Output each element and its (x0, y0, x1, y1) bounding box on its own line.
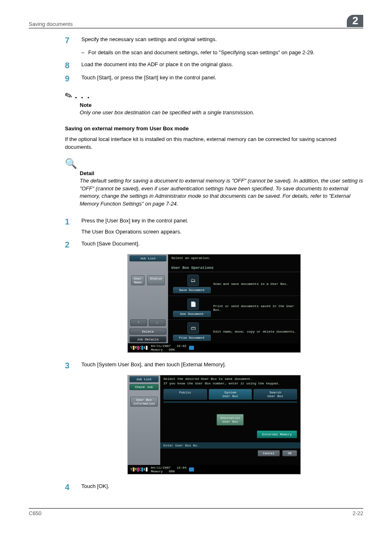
panel2-date: 04/11/2007 (151, 466, 171, 469)
job-list-button[interactable]: Job List (129, 376, 159, 382)
use-document-desc: Print or send documents saved in the Use… (213, 304, 298, 312)
check-job-button[interactable]: Check Job (129, 384, 159, 390)
step-number: 7 (65, 36, 81, 45)
step-number: 2 (65, 240, 81, 249)
file-document-desc: Edit name, move, copy or delete document… (213, 330, 298, 333)
step-8: 8 Load the document into the ADF or plac… (65, 61, 363, 70)
detail-body: The default setting for saving a documen… (80, 177, 363, 208)
annotation-user-box-button[interactable]: Annotation User Box (217, 414, 244, 426)
tab-public[interactable]: Public (164, 389, 207, 400)
dash-icon: – (81, 49, 84, 56)
detail-magnifier-icon: 🔍 (65, 158, 363, 169)
cancel-button[interactable]: Cancel (258, 450, 280, 456)
screenshot-select-user-box: Job List Check Job User Box Information … (127, 375, 301, 474)
panel1-memory-label: Memory (151, 348, 163, 352)
file-document-button[interactable]: File Document (173, 335, 211, 341)
external-memory-button[interactable]: External Memory (257, 430, 297, 438)
op-file-row: 🗃 File Document Edit name, move, copy or… (168, 320, 300, 343)
panel1-time: 18:02 (177, 344, 187, 348)
panel2-time: 18:04 (177, 466, 187, 469)
panel2-statusbar: Y M C K 04/11/2007 18:04 Memory 99% (128, 465, 300, 474)
step-number: 3 (65, 361, 81, 370)
op-save-row: 🗂 Save Document Scan and save documents … (168, 272, 300, 296)
step-number: 9 (65, 74, 81, 83)
ok-button[interactable]: OK (282, 450, 297, 456)
ymck-icon: Y M C K (130, 467, 148, 472)
panel1-date: 04/11/2007 (151, 344, 171, 348)
step-2: 2 Touch [Save Document]. (65, 240, 363, 249)
panel1-memory-val: 99% (169, 348, 175, 352)
chapter-badge: 2 (347, 15, 363, 27)
enter-user-box-no-label: Enter User Box No. (160, 442, 300, 449)
step-7-sub-text: For details on the scan and document set… (88, 49, 315, 56)
panel2-prompt1: Select the desired User Box to save docu… (160, 375, 300, 381)
step-4-text: Touch [OK]. (81, 483, 363, 490)
running-head: Saving documents 2 (29, 15, 363, 28)
note-dots-icon: . . . (75, 91, 90, 100)
step-3: 3 Touch [System User Box], and then touc… (65, 361, 363, 370)
job-list-button[interactable]: Job List (129, 255, 166, 261)
save-document-desc: Scan and save documents in a User Box. (213, 282, 298, 286)
step-text: Specify the necessary scan settings and … (81, 36, 363, 44)
running-head-section: Saving documents (29, 21, 73, 27)
step-2-text: Touch [Save Document]. (81, 240, 363, 248)
job-details-button[interactable]: Job Details (129, 336, 166, 342)
save-document-button[interactable]: Save Document (173, 287, 211, 293)
panel2-memory-val: 99% (169, 469, 175, 473)
user-box-info-chip[interactable]: User Box Information (130, 397, 158, 407)
use-document-button[interactable]: Use Document (173, 311, 211, 317)
step-1-text2: The User Box Operations screen appears. (81, 228, 363, 236)
step-7: 7 Specify the necessary scan settings an… (65, 36, 363, 45)
panel1-prompt: Select an operation. (168, 254, 300, 262)
panel1-statusbar: Y M C K 04/11/2007 18:02 Memory 99% (128, 343, 300, 352)
op-use-row: 📄 Use Document Print or send documents s… (168, 296, 300, 320)
delete-button[interactable]: Delete (129, 328, 166, 335)
step-number: 4 (65, 483, 81, 492)
section-body: If the optional local interface kit is i… (65, 136, 363, 151)
detail-block: 🔍 Detail The default setting for saving … (65, 158, 363, 208)
note-body: Only one user box destination can be spe… (80, 109, 363, 116)
tab-search-user-box[interactable]: Search User Box (254, 389, 297, 400)
step-3-text: Touch [System User Box], and then touch … (81, 361, 363, 369)
page-footer: C650 2-22 (29, 508, 363, 526)
footer-right: 2-22 (353, 510, 363, 516)
note-block: ✎ . . . Note Only one user box destinati… (65, 90, 363, 116)
panel2-memory-label: Memory (151, 469, 163, 473)
panel1-subheader: User Box Operations (168, 264, 300, 272)
arrow-up-button[interactable]: ↑ (130, 319, 147, 326)
step-number: 1 (65, 217, 81, 226)
arrow-down-button[interactable]: ↓ (149, 319, 166, 326)
step-7-sub: – For details on the scan and document s… (81, 49, 363, 57)
ymck-icon: Y M C K (130, 346, 148, 350)
status-indicator-icon (189, 467, 194, 472)
tab-system-user-box[interactable]: System User Box (209, 389, 252, 400)
step-9: 9 Touch [Start], or press the [Start] ke… (65, 74, 363, 83)
file-document-icon: 🗃 (187, 322, 199, 334)
detail-label: Detail (80, 170, 363, 176)
use-document-icon: 📄 (187, 298, 199, 310)
note-pencil-icon: ✎ (63, 90, 74, 102)
step-1-text: Press the [User Box] key in the control … (81, 217, 363, 225)
step-4: 4 Touch [OK]. (65, 483, 363, 492)
step-1: 1 Press the [User Box] key in the contro… (65, 217, 363, 236)
screenshot-user-box-operations: Job List User Name Status ↑ ↓ Delete (127, 254, 301, 353)
step-text: Touch [Start], or press the [Start] key … (81, 74, 363, 82)
status-indicator-icon (189, 346, 194, 350)
status-chip[interactable]: Status (147, 275, 165, 285)
save-document-icon: 🗂 (187, 275, 199, 286)
panel2-prompt2: If you know the User Box number, enter i… (160, 382, 300, 387)
step-text: Load the document into the ADF or place … (81, 61, 363, 69)
footer-left: C650 (29, 510, 42, 516)
user-name-chip[interactable]: User Name (131, 275, 145, 285)
note-label: Note (80, 102, 363, 108)
section-title: Saving on external memory from User Box … (65, 125, 363, 132)
step-number: 8 (65, 61, 81, 70)
